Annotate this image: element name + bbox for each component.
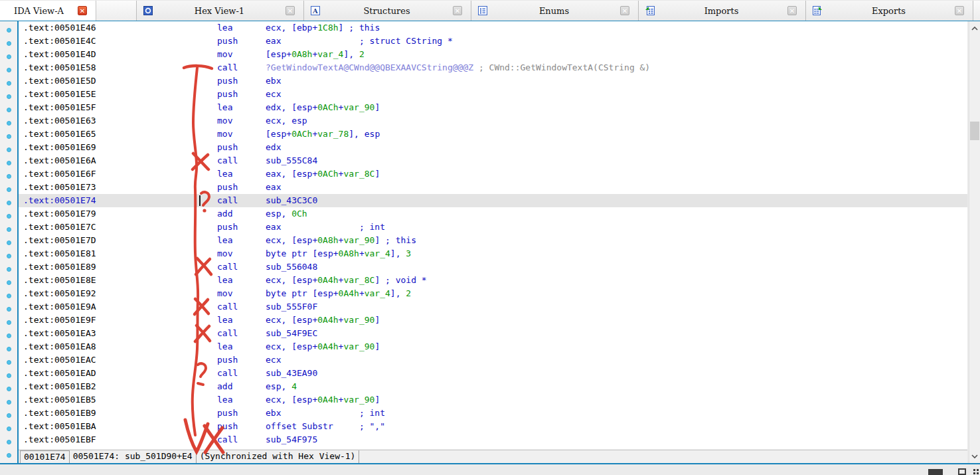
asm-line[interactable]: .text:00501EA8leaecx, [esp+0A4h+var_90] bbox=[19, 340, 967, 353]
line-marker-dot bbox=[7, 174, 11, 179]
scroll-up-icon[interactable] bbox=[969, 23, 980, 34]
line-marker-dot bbox=[7, 294, 11, 298]
asm-line[interactable]: .text:00501E92movbyte ptr [esp+0A4h+var_… bbox=[19, 287, 967, 300]
line-marker-dot bbox=[7, 280, 11, 285]
line-marker-dot bbox=[7, 320, 11, 325]
asm-line[interactable]: .text:00501E79addesp, 0Ch bbox=[19, 207, 967, 221]
close-icon[interactable]: ✕ bbox=[286, 6, 295, 15]
status-file-offset: 00101E74 bbox=[20, 450, 70, 464]
asm-line[interactable]: .text:00501E5Fleaedx, [esp+0ACh+var_90] bbox=[19, 101, 967, 114]
line-marker-dot bbox=[7, 227, 11, 232]
asm-line[interactable]: .text:00501E7Dleaecx, [esp+0A8h+var_90] … bbox=[19, 234, 967, 247]
asm-line[interactable]: .text:00501E6Acallsub_555C84 bbox=[19, 154, 967, 167]
hex-view-icon bbox=[143, 5, 153, 16]
tab-label: Exports bbox=[823, 6, 955, 16]
line-marker-dot bbox=[7, 440, 11, 444]
asm-line[interactable]: .text:00501E69pushedx bbox=[19, 141, 967, 154]
asm-line[interactable]: .text:00501E81movbyte ptr [esp+0A8h+var_… bbox=[19, 247, 967, 260]
close-icon[interactable]: ✕ bbox=[78, 6, 87, 15]
line-marker-dot bbox=[7, 94, 11, 99]
line-marker-dot bbox=[7, 121, 11, 126]
tab-structures[interactable]: A Structures ✕ bbox=[303, 1, 471, 21]
disassembly-listing[interactable]: .text:00501E46leaecx, [ebp+1C8h] ; this.… bbox=[19, 21, 967, 449]
close-icon[interactable]: ✕ bbox=[955, 6, 964, 15]
asm-line[interactable]: .text:00501EBFcallsub_54F975 bbox=[19, 433, 967, 446]
tab-label: Imports bbox=[655, 6, 787, 16]
line-marker-dot bbox=[7, 333, 11, 338]
asm-line[interactable]: .text:00501E4Dmov[esp+0A8h+var_4], 2 bbox=[19, 48, 967, 61]
asm-line[interactable]: .text:00501E9Fleaecx, [esp+0A4h+var_90] bbox=[19, 314, 967, 327]
asm-line[interactable]: .text:00501E8Eleaecx, [esp+0A4h+var_8C] … bbox=[19, 274, 967, 287]
tab-label: IDA View-A bbox=[0, 6, 78, 16]
line-marker-dot bbox=[7, 254, 11, 258]
line-marker-dot bbox=[7, 267, 11, 272]
tab-imports[interactable]: Imports ✕ bbox=[638, 1, 805, 21]
tabbar-spacer bbox=[96, 1, 136, 21]
close-icon[interactable]: ✕ bbox=[453, 6, 462, 15]
tabbar-endcap bbox=[973, 1, 980, 21]
line-marker-dot bbox=[7, 347, 11, 351]
vertical-scrollbar[interactable] bbox=[969, 21, 980, 463]
structures-icon: A bbox=[310, 5, 321, 16]
asm-line[interactable]: .text:00501E46leaecx, [ebp+1C8h] ; this bbox=[19, 21, 967, 35]
line-marker-dot bbox=[7, 201, 11, 205]
asm-line[interactable]: .text:00501E6Fleaeax, [esp+0ACh+var_8C] bbox=[19, 167, 967, 181]
asm-line[interactable]: .text:00501E7Cpusheax ; int bbox=[19, 221, 967, 234]
asm-line[interactable]: .text:00501E74callsub_43C3C0 bbox=[19, 194, 967, 207]
tab-hex-view-1[interactable]: Hex View-1 ✕ bbox=[136, 1, 303, 21]
tab-exports[interactable]: Exports ✕ bbox=[805, 1, 973, 21]
window-border-left bbox=[17, 21, 19, 463]
asm-line[interactable]: .text:00501EBApushoffset Substr ; "," bbox=[19, 420, 967, 433]
imports-icon bbox=[645, 5, 655, 16]
tab-label: Enums bbox=[488, 6, 620, 16]
asm-line[interactable]: .text:00501EACpushecx bbox=[19, 353, 967, 367]
tab-label: Hex View-1 bbox=[153, 6, 286, 16]
asm-line[interactable]: .text:00501EB9pushebx ; int bbox=[19, 407, 967, 420]
asm-line[interactable]: .text:00501E89callsub_556048 bbox=[19, 260, 967, 274]
line-marker-dot bbox=[7, 214, 11, 219]
scrollbar-thumb[interactable] bbox=[970, 122, 979, 140]
text-cursor bbox=[199, 195, 201, 206]
scroll-down-icon[interactable] bbox=[969, 450, 980, 462]
line-marker-dot bbox=[7, 427, 11, 431]
close-icon[interactable]: ✕ bbox=[787, 6, 797, 15]
tab-enums[interactable]: Enums ✕ bbox=[471, 1, 638, 21]
asm-line[interactable]: .text:00501E65mov[esp+0ACh+var_78], esp bbox=[19, 128, 967, 141]
line-marker-dot bbox=[7, 41, 11, 46]
asm-line[interactable]: .text:00501E9Acallsub_555F0F bbox=[19, 300, 967, 314]
desktop-strip bbox=[0, 464, 980, 475]
asm-line[interactable]: .text:00501E58call?GetWindowTextA@CWnd@@… bbox=[19, 61, 967, 74]
tab-ida-view-a[interactable]: IDA View-A ✕ bbox=[0, 1, 96, 21]
asm-line[interactable]: .text:00501E73pusheax bbox=[19, 181, 967, 194]
line-marker-dot bbox=[7, 108, 11, 112]
line-marker-dot bbox=[7, 360, 11, 365]
asm-line[interactable]: .text:00501E63movecx, esp bbox=[19, 114, 967, 128]
window-border-bottom bbox=[0, 463, 980, 464]
line-marker-dot bbox=[7, 187, 11, 192]
asm-line[interactable]: .text:00501EA3callsub_54F9EC bbox=[19, 327, 967, 340]
status-address-function: 00501E74: sub_501D90+E4 bbox=[69, 450, 197, 464]
asm-line[interactable]: .text:00501E4Cpusheax ; struct CString * bbox=[19, 35, 967, 48]
taskbar-icon[interactable] bbox=[973, 469, 975, 471]
line-marker-dot bbox=[7, 240, 11, 245]
asm-line[interactable]: .text:00501EADcallsub_43EA90 bbox=[19, 367, 967, 380]
line-marker-dot bbox=[7, 28, 11, 33]
enums-icon bbox=[477, 5, 488, 16]
tab-label: Structures bbox=[321, 6, 453, 16]
line-marker-dot bbox=[7, 81, 11, 86]
tab-bar: IDA View-A ✕ Hex View-1 ✕ A Structures ✕… bbox=[0, 0, 980, 21]
line-marker-dot bbox=[7, 54, 11, 59]
asm-line[interactable]: .text:00501E5Epushecx bbox=[19, 88, 967, 101]
taskbar-icon[interactable] bbox=[958, 468, 966, 475]
svg-text:A: A bbox=[312, 7, 318, 15]
close-icon[interactable]: ✕ bbox=[620, 6, 629, 15]
asm-line[interactable]: .text:00501E5Dpushebx bbox=[19, 74, 967, 88]
asm-line[interactable]: .text:00501EB2addesp, 4 bbox=[19, 380, 967, 393]
taskbar-icon[interactable] bbox=[928, 469, 943, 475]
line-marker-dot bbox=[7, 147, 11, 152]
margin-dots bbox=[0, 21, 17, 463]
line-marker-dot bbox=[7, 373, 11, 378]
line-marker-dot bbox=[7, 453, 11, 458]
line-marker-dot bbox=[7, 307, 11, 312]
asm-line[interactable]: .text:00501EB5leaecx, [esp+0A4h+var_90] bbox=[19, 393, 967, 407]
